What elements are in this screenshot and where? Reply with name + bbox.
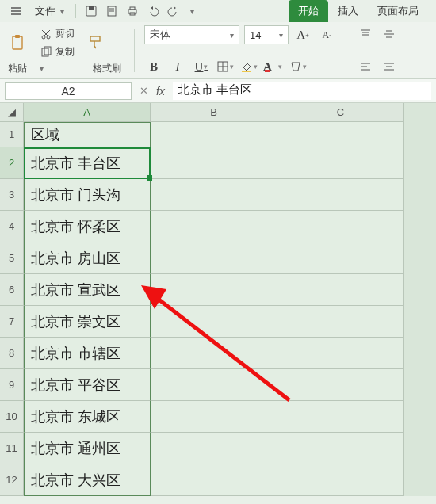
chevron-down-icon[interactable]: ▾ — [40, 64, 44, 73]
cell[interactable] — [277, 464, 404, 496]
hamburger-icon[interactable] — [5, 2, 27, 20]
align-top-icon[interactable] — [356, 25, 375, 43]
cell[interactable] — [277, 147, 404, 179]
qat-more-icon[interactable]: ▾ — [190, 7, 194, 16]
row-header[interactable]: 9 — [0, 369, 24, 401]
cell[interactable] — [151, 306, 277, 338]
align-middle-icon[interactable] — [380, 25, 399, 43]
cell[interactable] — [277, 433, 404, 464]
cell[interactable]: 北京市 房山区 — [24, 242, 151, 274]
font-family-value: 宋体 — [150, 28, 170, 42]
fill-color-button[interactable]: ▾ — [239, 58, 258, 75]
row-header[interactable]: 10 — [0, 401, 24, 433]
cell[interactable] — [151, 338, 277, 369]
clear-format-button[interactable]: ▾ — [287, 58, 309, 75]
cell[interactable] — [277, 401, 404, 433]
underline-button[interactable]: U▾ — [192, 58, 211, 75]
row-header[interactable]: 7 — [0, 306, 24, 338]
cell[interactable] — [277, 211, 404, 242]
file-menu[interactable]: 文件 ▾ — [30, 2, 69, 21]
format-painter-button[interactable] — [82, 32, 108, 54]
cell[interactable] — [151, 179, 277, 211]
cell[interactable] — [151, 369, 277, 401]
cell[interactable]: 北京市 崇文区 — [24, 306, 151, 338]
cell[interactable] — [277, 369, 404, 401]
cell[interactable] — [277, 122, 404, 147]
print-icon[interactable] — [124, 2, 141, 20]
align-left-icon[interactable] — [356, 58, 375, 75]
cell[interactable] — [151, 242, 277, 274]
col-header-b[interactable]: B — [151, 103, 277, 122]
cell[interactable]: 北京市 市辖区 — [24, 338, 151, 369]
bold-button[interactable]: B — [144, 58, 163, 75]
cell[interactable] — [151, 274, 277, 306]
row-header[interactable]: 1 — [0, 122, 24, 147]
chevron-down-icon: ▾ — [279, 31, 283, 40]
cell[interactable]: 北京市 东城区 — [24, 401, 151, 433]
tab-insert[interactable]: 插入 — [328, 0, 368, 22]
cell[interactable]: 北京市 宣武区 — [24, 274, 151, 306]
format-painter-label: 格式刷 — [90, 60, 124, 77]
cell[interactable]: 北京市 平谷区 — [24, 369, 151, 401]
paste-button[interactable] — [5, 31, 32, 55]
cell[interactable] — [277, 242, 404, 274]
align-center-icon[interactable] — [380, 58, 399, 75]
group-divider — [134, 29, 135, 72]
fx-icon[interactable]: fx — [156, 85, 165, 97]
cell[interactable] — [151, 122, 277, 147]
col-header-a[interactable]: A — [24, 103, 151, 122]
cell[interactable] — [277, 338, 404, 369]
cell[interactable]: 北京市 门头沟 — [24, 179, 151, 211]
cell-active[interactable]: 北京市 丰台区 — [24, 147, 151, 179]
group-divider — [346, 29, 346, 72]
tab-page-layout[interactable]: 页面布局 — [368, 0, 428, 22]
formula-input[interactable]: 北京市 丰台区 — [173, 82, 431, 100]
font-family-select[interactable]: 宋体 ▾ — [144, 25, 239, 44]
font-color-button[interactable]: A ▾ — [263, 58, 282, 75]
svg-rect-1 — [89, 6, 94, 10]
cell[interactable] — [151, 211, 277, 242]
increase-font-button[interactable]: A+ — [293, 26, 312, 44]
paste-label[interactable]: 粘贴 — [5, 60, 30, 77]
cell[interactable] — [277, 306, 404, 338]
copy-label: 复制 — [55, 45, 75, 59]
select-all-corner[interactable]: ◢ — [0, 103, 24, 122]
font-group: 宋体 ▾ 14 ▾ A+ A- B I U▾ ▾ ▾ A ▾ — [144, 25, 336, 75]
cut-label: 剪切 — [55, 27, 75, 40]
row-header[interactable]: 12 — [0, 464, 24, 496]
cancel-icon[interactable]: ✕ — [140, 85, 148, 97]
cut-button[interactable]: 剪切 — [36, 25, 78, 42]
grid[interactable]: ◢ A B C 1 区域 2 北京市 丰台区 3 北京市 门头沟 4 北京市 怀… — [0, 103, 436, 496]
cell[interactable]: 北京市 通州区 — [24, 433, 151, 464]
row-header[interactable]: 11 — [0, 433, 24, 464]
italic-button[interactable]: I — [168, 58, 187, 75]
cell[interactable]: 北京市 怀柔区 — [24, 211, 151, 242]
decrease-font-button[interactable]: A- — [317, 26, 336, 44]
print-preview-icon[interactable] — [103, 2, 120, 20]
name-box[interactable]: A2 — [5, 82, 132, 100]
cell[interactable] — [151, 401, 277, 433]
row-header[interactable]: 5 — [0, 242, 24, 274]
redo-icon[interactable] — [165, 2, 182, 20]
spreadsheet: ◢ A B C 1 区域 2 北京市 丰台区 3 北京市 门头沟 4 北京市 怀… — [0, 103, 436, 496]
cell[interactable]: 区域 — [24, 122, 151, 147]
cell[interactable] — [277, 179, 404, 211]
row-header[interactable]: 3 — [0, 179, 24, 211]
font-size-select[interactable]: 14 ▾ — [244, 25, 289, 44]
border-button[interactable]: ▾ — [216, 58, 235, 75]
copy-button[interactable]: 复制 — [36, 44, 78, 60]
tab-start[interactable]: 开始 — [289, 0, 328, 22]
row-header[interactable]: 8 — [0, 338, 24, 369]
cell[interactable] — [151, 464, 277, 496]
row-header[interactable]: 4 — [0, 211, 24, 242]
cell[interactable] — [277, 274, 404, 306]
undo-icon[interactable] — [144, 2, 162, 20]
cell[interactable]: 北京市 大兴区 — [24, 464, 151, 496]
row-header[interactable]: 2 — [0, 147, 24, 179]
col-header-c[interactable]: C — [277, 103, 404, 122]
save-icon[interactable] — [82, 2, 100, 20]
cell[interactable] — [151, 147, 277, 179]
formula-bar: A2 ✕ fx 北京市 丰台区 — [0, 79, 436, 103]
row-header[interactable]: 6 — [0, 274, 24, 306]
cell[interactable] — [151, 433, 277, 464]
